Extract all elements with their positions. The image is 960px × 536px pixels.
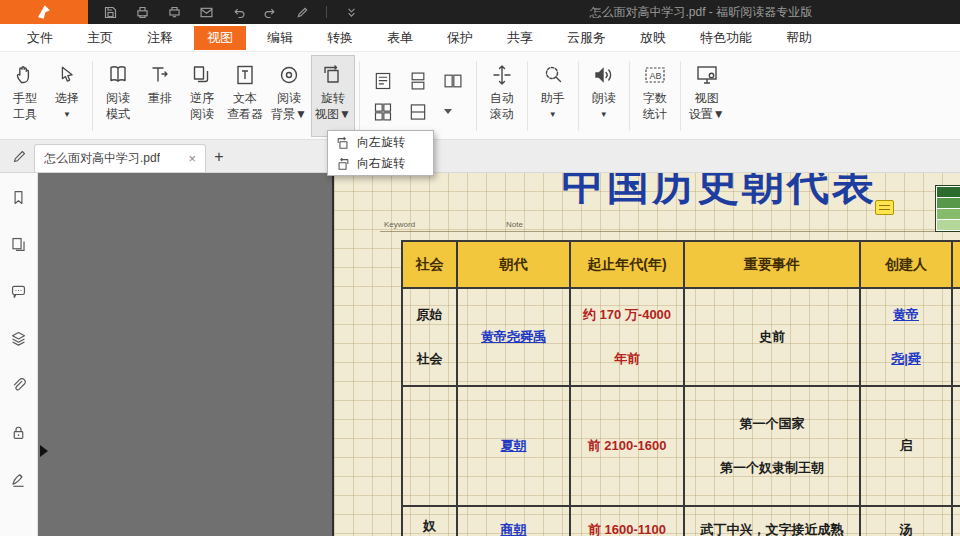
header-events: 重要事件: [685, 242, 861, 289]
bookmark-icon: [10, 189, 27, 206]
menu-tab-protect[interactable]: 保护: [434, 26, 486, 50]
ribbon-separator: [680, 61, 681, 131]
sidebar-security-button[interactable]: [8, 422, 30, 442]
cell-extra-3: [953, 507, 960, 536]
document-viewport[interactable]: 中国历史朝代表 Keyword Note 社会 朝代 起止年代(年) 重要事件: [38, 173, 960, 536]
header-founder: 创建人: [861, 242, 953, 289]
read-aloud-button[interactable]: 朗读 ▼: [583, 55, 625, 137]
ribbon-separator: [629, 61, 630, 131]
quick-access-toolbar: [102, 4, 359, 20]
save-icon[interactable]: [102, 4, 118, 20]
book-icon: [106, 60, 130, 90]
undo-icon[interactable]: [230, 4, 246, 20]
menu-tab-view[interactable]: 视图: [194, 26, 246, 50]
header-period: 起止年代(年): [571, 242, 685, 289]
menu-tab-edit[interactable]: 编辑: [254, 26, 306, 50]
tab-close-icon[interactable]: ×: [188, 152, 196, 165]
assistant-button[interactable]: 助手 ▼: [532, 55, 574, 137]
cell-society-3: 奴: [403, 507, 458, 536]
sidebar-pages-button[interactable]: [8, 234, 30, 254]
dynasty-link[interactable]: 黄帝尧舜禹: [481, 328, 546, 346]
sidebar-comments-button[interactable]: [8, 281, 30, 301]
menu-item-rotate-right[interactable]: 向右旋转: [329, 153, 432, 174]
auto-scroll-button[interactable]: 自动 滚动: [481, 55, 523, 137]
continuous-view-icon[interactable]: [407, 70, 429, 92]
ribbon-separator: [527, 61, 528, 131]
continuous-facing-view-icon[interactable]: [372, 101, 394, 123]
sidebar-bookmarks-button[interactable]: [8, 187, 30, 207]
reverse-read-button[interactable]: 逆序 阅读: [181, 55, 223, 137]
redo-icon[interactable]: [262, 4, 278, 20]
new-tab-button[interactable]: +: [206, 144, 232, 170]
foxit-reader-window: 怎么面对高中学习.pdf - 福昕阅读器专业版 文件 主页 注释 视图 编辑 转…: [0, 0, 960, 536]
reflow-button[interactable]: 重排: [139, 55, 181, 137]
sidebar-attachments-button[interactable]: [8, 375, 30, 395]
read-mode-button[interactable]: 阅读 模式: [97, 55, 139, 137]
sidebar-signature-button[interactable]: [8, 469, 30, 489]
comment-bubble-icon: [10, 283, 27, 300]
email-icon[interactable]: [198, 4, 214, 20]
menu-tab-features[interactable]: 特色功能: [687, 26, 765, 50]
pages-icon: [10, 236, 27, 253]
founder-link[interactable]: 黄帝: [893, 306, 919, 324]
note-label: Note: [506, 220, 523, 229]
menu-tab-comment[interactable]: 注释: [134, 26, 186, 50]
layers-icon: [10, 330, 27, 347]
menu-tab-share[interactable]: 共享: [494, 26, 546, 50]
document-tabbar: 怎么面对高中学习.pdf × +: [0, 140, 960, 173]
document-tab-title: 怎么面对高中学习.pdf: [44, 150, 160, 167]
header-extra: [953, 242, 960, 289]
cell-period-2: 前 2100-1600: [571, 387, 685, 507]
facing-view-icon[interactable]: [442, 70, 464, 92]
ribbon-separator: [359, 61, 360, 131]
cell-founder-3: 汤: [861, 507, 953, 536]
dynasty-link[interactable]: 商朝: [501, 521, 527, 536]
single-page-view-icon[interactable]: [372, 70, 394, 92]
page-display-group: [364, 55, 472, 137]
founder-link[interactable]: 尧|舜: [891, 350, 921, 368]
hand-icon: [13, 60, 37, 90]
cell-society-1: 原始 社会: [403, 289, 458, 387]
ribbon-separator: [92, 61, 93, 131]
annotate-pencil-button[interactable]: [6, 143, 32, 169]
cell-founder-2: 启: [861, 387, 953, 507]
pdf-document-title: 中国历史朝代表: [562, 173, 877, 207]
note-annotation-icon[interactable]: [875, 200, 894, 215]
cell-extra-1: [953, 289, 960, 387]
pen-icon[interactable]: [294, 4, 310, 20]
document-tab[interactable]: 怎么面对高中学习.pdf ×: [34, 144, 206, 172]
quick-print-icon[interactable]: [166, 4, 182, 20]
rotate-right-icon: [335, 156, 350, 171]
foxit-logo[interactable]: [0, 0, 88, 24]
view-settings-button[interactable]: 视图 设置▼: [685, 55, 729, 137]
select-tool-button[interactable]: 选择 ▼: [46, 55, 88, 137]
menu-tab-convert[interactable]: 转换: [314, 26, 366, 50]
print-icon[interactable]: [134, 4, 150, 20]
menu-tab-help[interactable]: 帮助: [773, 26, 825, 50]
rotate-left-icon: [335, 135, 350, 150]
svg-text:AB: AB: [649, 71, 661, 81]
cell-period-3: 前 1600-1100: [571, 507, 685, 536]
word-count-button[interactable]: AB 字数 统计: [634, 55, 676, 137]
sidebar-layers-button[interactable]: [8, 328, 30, 348]
paperclip-icon: [10, 377, 27, 394]
qat-customize-chevron-icon[interactable]: [343, 4, 359, 20]
menu-tab-play[interactable]: 放映: [627, 26, 679, 50]
page-display-dropdown-icon[interactable]: [444, 109, 452, 114]
menu-tab-file[interactable]: 文件: [14, 26, 66, 50]
dynasty-link[interactable]: 夏朝: [501, 437, 527, 455]
read-background-button[interactable]: 阅读 背景▼: [267, 55, 311, 137]
rotate-view-button[interactable]: 旋转 视图▼: [311, 55, 355, 137]
menu-tab-form[interactable]: 表单: [374, 26, 426, 50]
split-view-icon[interactable]: [407, 101, 429, 123]
menu-tab-cloud[interactable]: 云服务: [554, 26, 619, 50]
cell-events-2: 第一个国家 第一个奴隶制王朝: [685, 387, 861, 507]
text-viewer-button[interactable]: 文本 查看器: [223, 55, 267, 137]
reverse-pages-icon: [190, 60, 214, 90]
menu-tab-home[interactable]: 主页: [74, 26, 126, 50]
magnifier-icon: [541, 60, 565, 90]
hand-tool-button[interactable]: 手型 工具: [4, 55, 46, 137]
menu-item-rotate-left[interactable]: 向左旋转: [329, 132, 432, 153]
auto-scroll-icon: [490, 60, 514, 90]
sidebar-expand-handle[interactable]: [40, 445, 48, 457]
